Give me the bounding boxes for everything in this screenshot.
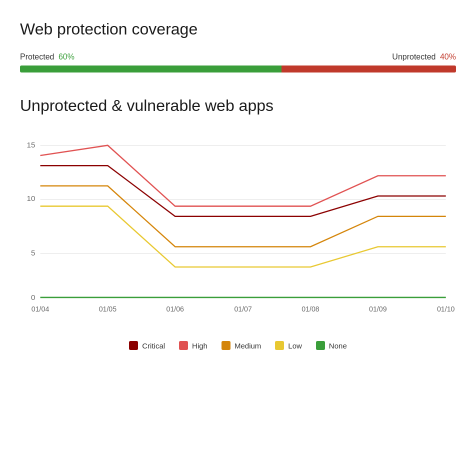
coverage-bar	[20, 66, 456, 72]
chart-container: 15 10 5 0 01/04 01/05 01/06 01/07 01/08 …	[20, 129, 456, 329]
legend-low: Low	[275, 341, 302, 350]
coverage-section: Web protection coverage Protected 60% Un…	[20, 20, 456, 72]
legend-label-none: None	[329, 342, 347, 350]
legend-dot-critical	[129, 341, 138, 350]
legend-label-low: Low	[288, 342, 302, 350]
legend-label-medium: Medium	[234, 342, 261, 350]
protected-label: Protected 60%	[20, 52, 74, 62]
x-label-0106: 01/06	[166, 305, 184, 313]
legend-none: None	[316, 341, 347, 350]
x-label-0104: 01/04	[32, 305, 50, 313]
legend-label-high: High	[192, 342, 208, 350]
unprotected-pct: 40%	[440, 52, 456, 61]
y-label-5: 5	[31, 248, 35, 257]
y-label-0: 0	[31, 293, 35, 302]
bar-unprotected	[282, 66, 456, 72]
chart-svg: 15 10 5 0 01/04 01/05 01/06 01/07 01/08 …	[20, 129, 456, 329]
coverage-title: Web protection coverage	[20, 20, 456, 38]
legend-medium: Medium	[222, 341, 261, 350]
legend-high: High	[179, 341, 208, 350]
legend-label-critical: Critical	[142, 342, 165, 350]
chart-title: Unprotected & vulnerable web apps	[20, 96, 456, 115]
coverage-labels: Protected 60% Unprotected 40%	[20, 52, 456, 62]
x-label-0110: 01/10	[437, 305, 455, 313]
legend-dot-none	[316, 341, 325, 350]
chart-section: Unprotected & vulnerable web apps 15 10 …	[20, 96, 456, 350]
x-label-0107: 01/07	[234, 305, 252, 313]
line-high	[40, 146, 446, 206]
legend-dot-high	[179, 341, 188, 350]
line-low	[40, 206, 446, 267]
y-label-15: 15	[27, 140, 36, 149]
legend-dot-medium	[222, 341, 230, 350]
chart-legend: Critical High Medium Low None	[20, 341, 456, 350]
x-label-0108: 01/08	[302, 305, 320, 313]
legend-dot-low	[275, 341, 284, 350]
unprotected-label: Unprotected 40%	[392, 52, 456, 62]
line-critical	[40, 166, 446, 216]
legend-critical: Critical	[129, 341, 165, 350]
protected-pct: 60%	[58, 52, 74, 61]
bar-protected	[20, 66, 282, 72]
x-label-0105: 01/05	[99, 305, 117, 313]
y-label-10: 10	[27, 194, 36, 202]
x-label-0109: 01/09	[369, 305, 387, 313]
